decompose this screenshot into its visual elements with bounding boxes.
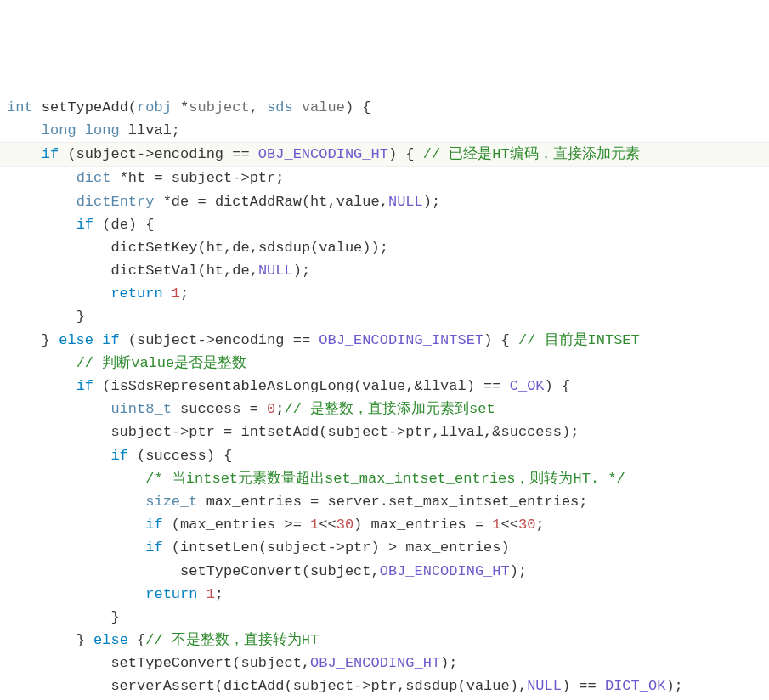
token: (value),: [458, 678, 528, 694]
code-line: if (success) {: [0, 444, 769, 467]
token: ) {: [545, 378, 571, 394]
token-func: isSdsRepresentableAsLongLong: [110, 378, 353, 394]
token: [197, 586, 206, 602]
code-line: uint8_t success = 0;// 是整数，直接添加元素到set: [0, 398, 769, 421]
token-num: 1: [492, 517, 500, 533]
token: *de =: [154, 194, 214, 210]
token-kw: if: [76, 217, 93, 233]
code-line: dict *ht = subject->ptr;: [0, 167, 769, 189]
token: ;: [180, 285, 189, 302]
code-line: subject->ptr = intsetAdd(subject->ptr,ll…: [0, 421, 769, 443]
token-const: C_OK: [510, 378, 545, 394]
token: );: [440, 655, 457, 671]
token-type: size_t: [145, 494, 197, 510]
code-line: long long llval;: [0, 119, 769, 142]
code-line: /* 当intset元素数量超出set_max_intset_entries，则…: [0, 467, 769, 490]
token: (subject->ptr,: [284, 678, 405, 694]
token-num: 1: [172, 285, 180, 302]
token: <<: [501, 517, 518, 533]
code-line: } else if (subject->encoding == OBJ_ENCO…: [0, 329, 769, 352]
token: );: [510, 563, 527, 579]
token-comment: /* 当intset元素数量超出set_max_intset_entries，则…: [145, 471, 625, 487]
token: );: [293, 262, 310, 279]
token-type: int: [7, 99, 33, 116]
token-type: dict: [76, 170, 111, 186]
token: (: [128, 99, 137, 116]
token: }: [110, 609, 119, 625]
token-const: OBJ_ENCODING_HT: [258, 146, 388, 162]
code-line: if (de) {: [0, 213, 769, 236]
token: }: [42, 332, 59, 348]
token-func: setTypeConvert: [180, 563, 302, 579]
token: (ht,value,: [302, 194, 388, 210]
token-func: setTypeAdd: [42, 99, 128, 116]
token-type: uint8_t: [110, 401, 171, 417]
code-line: dictSetVal(ht,de,NULL);: [0, 259, 769, 282]
token-const: OBJ_ENCODING_HT: [380, 563, 510, 579]
token-comment: // 已经是HT编码，直接添加元素: [423, 146, 640, 162]
token-comment: // 目前是INTSET: [518, 332, 640, 348]
token: (subject->encoding ==: [120, 332, 319, 348]
token: (: [163, 539, 180, 556]
token: [76, 122, 85, 138]
token: (subject->ptr) > max_entries): [258, 539, 510, 556]
token-kw: if: [102, 332, 119, 348]
token-kw: else: [59, 332, 93, 348]
code-line: }: [0, 305, 769, 328]
token-func: dictSetKey: [110, 240, 197, 256]
code-block: int setTypeAdd(robj *subject, sds value)…: [0, 93, 769, 700]
token: [33, 99, 42, 116]
token: [163, 285, 172, 302]
token: ) ==: [562, 678, 605, 694]
token: ) max_entries =: [353, 517, 492, 533]
token-kw: if: [42, 146, 59, 162]
token-const: OBJ_ENCODING_HT: [310, 655, 440, 671]
token: ;: [275, 401, 284, 417]
token: (subject->ptr,llval,&success);: [319, 424, 579, 440]
token-func: dictAddRaw: [215, 194, 302, 210]
token-kw: return: [110, 285, 162, 302]
code-line: serverAssert(dictAdd(subject->ptr,sdsdup…: [0, 675, 769, 697]
token-num: 0: [267, 401, 275, 417]
token-func: dictSetVal: [110, 262, 197, 279]
code-line: if (intsetLen(subject->ptr) > max_entrie…: [0, 536, 769, 559]
token-func: serverAssert: [110, 678, 214, 694]
token-num: 1: [206, 586, 215, 602]
token: *ht = subject->ptr;: [110, 170, 284, 186]
code-line: }: [0, 606, 769, 629]
token: (: [93, 378, 110, 394]
token: ;: [535, 517, 544, 533]
code-line: dictSetKey(ht,de,sdsdup(value));: [0, 236, 769, 259]
token: (de) {: [93, 217, 154, 233]
token-func: intsetLen: [180, 539, 258, 556]
token: }: [76, 632, 93, 648]
token-kw: if: [76, 378, 93, 394]
token: llval;: [120, 122, 180, 138]
token: (max_entries >=: [163, 517, 310, 533]
code-line: setTypeConvert(subject,OBJ_ENCODING_HT);: [0, 652, 769, 675]
token: ,: [250, 99, 267, 116]
token: success =: [172, 401, 267, 417]
token: ) {: [345, 99, 371, 116]
code-line: return 1;: [0, 282, 769, 305]
token-kw: if: [145, 517, 162, 533]
code-line: dictEntry *de = dictAddRaw(ht,value,NULL…: [0, 190, 769, 213]
token-const: OBJ_ENCODING_INTSET: [319, 332, 483, 348]
token-kw: return: [145, 586, 197, 602]
token: [293, 99, 302, 116]
code-line: int setTypeAdd(robj *subject, sds value)…: [0, 96, 769, 119]
token: ) {: [388, 146, 423, 162]
token-comment: // 判断value是否是整数: [76, 355, 247, 371]
token: (value));: [310, 240, 388, 256]
token-func: sdsdup: [405, 678, 457, 694]
token: [93, 332, 102, 348]
token: }: [76, 308, 85, 325]
token-kw: if: [110, 448, 127, 464]
token-func: dictAdd: [223, 678, 284, 694]
token-kw: else: [93, 632, 128, 648]
token: {: [128, 632, 145, 648]
code-line: if (isSdsRepresentableAsLongLong(value,&…: [0, 375, 769, 398]
token: (subject,: [302, 563, 380, 579]
token: (subject->encoding ==: [59, 146, 258, 162]
token-func: sdsdup: [258, 240, 310, 256]
